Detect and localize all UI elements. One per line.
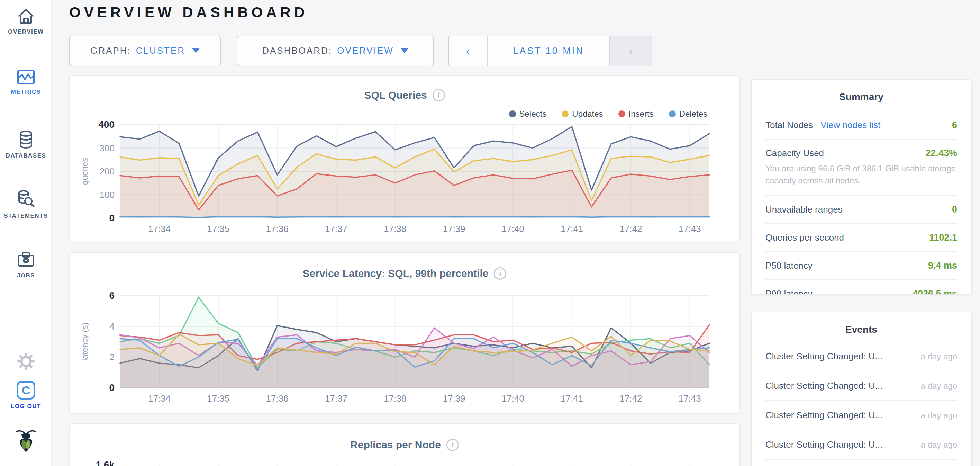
svg-text:100: 100 [100, 190, 115, 200]
svg-text:0: 0 [109, 382, 115, 393]
cockroach-bug-icon [0, 429, 52, 453]
svg-text:200: 200 [100, 166, 115, 177]
svg-text:17:39: 17:39 [442, 393, 465, 404]
svg-text:17:38: 17:38 [384, 393, 406, 404]
summary-row-qps: Queries per second 1102.1 [765, 224, 957, 252]
svg-text:17:42: 17:42 [619, 223, 642, 234]
svg-text:17:38: 17:38 [384, 223, 406, 234]
qps-value: 1102.1 [929, 232, 957, 243]
dashboard-dropdown-label: DASHBOARD: [262, 45, 332, 56]
event-link[interactable]: Cluster Setting Changed: U... [765, 439, 882, 450]
svg-text:17:41: 17:41 [561, 393, 583, 404]
svg-text:2: 2 [110, 352, 115, 362]
svg-text:latency (s): latency (s) [80, 323, 89, 361]
event-link[interactable]: Cluster Setting Changed: U... [765, 410, 882, 421]
time-range-value[interactable]: LAST 10 MIN [488, 36, 609, 66]
svg-text:17:43: 17:43 [679, 393, 701, 404]
replicas-per-node-chart[interactable]: 1.6k17:3417:3517:3617:3717:3817:3917:401… [70, 424, 740, 466]
svg-text:17:40: 17:40 [502, 393, 524, 404]
time-range-selector: ‹ LAST 10 MIN › [448, 36, 652, 67]
event-link[interactable]: Cluster Setting Changed: U... [765, 380, 882, 391]
capacity-used-value: 22.43% [925, 148, 957, 158]
event-row: Cluster Setting Changed: U... a day ago [765, 372, 957, 401]
view-nodes-list-link[interactable]: View nodes list [821, 120, 880, 131]
page-title: OVERVIEW DASHBOARD [69, 4, 308, 21]
svg-text:1.6k: 1.6k [96, 460, 115, 466]
graph-dropdown-label: GRAPH: [90, 45, 131, 56]
svg-text:17:36: 17:36 [266, 393, 289, 404]
sidebar-item-label: DATABASES [0, 152, 52, 159]
event-row: Cluster Setting Changed: U... a day ago [765, 401, 957, 430]
svg-text:17:37: 17:37 [325, 393, 347, 404]
sidebar-item-metrics[interactable]: METRICS [0, 69, 52, 96]
briefcase-icon [0, 251, 52, 269]
sidebar-item-overview[interactable]: OVERVIEW [0, 8, 52, 35]
caret-down-icon [401, 48, 408, 53]
svg-text:17:35: 17:35 [207, 393, 229, 404]
metrics-chart-icon [0, 69, 52, 85]
sidebar-item-databases[interactable]: DATABASES [0, 130, 52, 159]
sidebar-item-label: METRICS [0, 89, 52, 96]
svg-text:400: 400 [98, 119, 115, 130]
summary-row-unavailable-ranges: Unavailable ranges 0 [765, 196, 957, 224]
event-row: Cluster Setting Changed: U... a day ago [765, 342, 957, 372]
svg-text:17:35: 17:35 [207, 223, 229, 234]
graph-dropdown-value: CLUSTER [136, 45, 185, 56]
capacity-subtext: You are using 86.6 GiB of 386.1 GiB usab… [765, 163, 957, 187]
svg-text:queries: queries [80, 158, 89, 185]
summary-row-capacity: Capacity Used 22.43% You are using 86.6 … [765, 139, 957, 196]
p99-latency-value: 4026.5 ms [913, 288, 957, 295]
sidebar-logout[interactable]: C LOG OUT [0, 381, 52, 410]
chevron-left-icon: ‹ [466, 44, 470, 58]
time-range-prev-button[interactable]: ‹ [449, 36, 488, 66]
svg-text:17:42: 17:42 [619, 393, 642, 404]
svg-text:17:37: 17:37 [325, 223, 347, 234]
summary-panel: Summary Total Nodes View nodes list 6 Ca… [751, 79, 972, 295]
svg-text:17:34: 17:34 [148, 223, 170, 234]
event-row: Cluster Setting Changed: U... a day ago [765, 430, 957, 460]
summary-row-total-nodes: Total Nodes View nodes list 6 [765, 112, 957, 139]
service-latency-chart[interactable]: 024617:3417:3517:3617:3717:3817:3917:401… [70, 253, 740, 414]
home-icon [0, 8, 52, 25]
summary-title: Summary [752, 80, 971, 102]
dashboard-dropdown[interactable]: DASHBOARD: OVERVIEW [237, 36, 434, 65]
sidebar-settings[interactable] [0, 353, 52, 370]
sql-queries-card: SQL Queries i SelectsUpdatesInsertsDelet… [69, 75, 740, 243]
svg-text:17:36: 17:36 [266, 223, 289, 234]
sidebar-item-label: JOBS [0, 272, 52, 279]
total-nodes-value: 6 [952, 120, 957, 131]
sidebar-item-label: OVERVIEW [0, 29, 52, 35]
events-panel: Events Cluster Setting Changed: U... a d… [751, 311, 972, 466]
cockroach-logo [0, 429, 52, 453]
service-latency-card: Service Latency: SQL, 99th percentile i … [69, 252, 740, 414]
svg-text:4: 4 [110, 321, 115, 332]
svg-text:17:40: 17:40 [502, 223, 524, 234]
svg-text:17:39: 17:39 [442, 223, 465, 234]
p50-latency-value: 9.4 ms [928, 260, 957, 271]
database-icon [0, 130, 52, 149]
svg-text:6: 6 [109, 290, 115, 301]
graph-dropdown[interactable]: GRAPH: CLUSTER [69, 36, 221, 65]
sidebar: OVERVIEW METRICS DATABASES [0, 0, 52, 466]
time-range-next-button[interactable]: › [609, 36, 652, 66]
summary-row-p50: P50 latency 9.4 ms [765, 252, 957, 280]
sidebar-item-jobs[interactable]: JOBS [0, 251, 52, 279]
sidebar-item-statements[interactable]: STATEMENTS [0, 190, 52, 220]
summary-row-p99: P99 latency 4026.5 ms [765, 280, 957, 295]
cockroach-c-icon: C [17, 381, 35, 399]
sql-queries-chart[interactable]: 010020030040017:3417:3517:3617:3717:3817… [70, 76, 740, 243]
event-link[interactable]: Cluster Setting Changed: U... [765, 351, 882, 362]
sidebar-item-label: STATEMENTS [0, 212, 52, 220]
svg-text:17:41: 17:41 [561, 223, 583, 234]
replicas-per-node-card: Replicas per Node i 1.6k17:3417:3517:361… [69, 423, 740, 466]
caret-down-icon [192, 48, 200, 53]
statements-search-icon [0, 190, 52, 209]
event-row: Cluster Setting Changed: U... a day ago [765, 460, 957, 466]
svg-text:17:34: 17:34 [148, 393, 170, 404]
gear-icon [0, 353, 52, 370]
svg-text:300: 300 [100, 143, 115, 153]
svg-text:17:43: 17:43 [679, 223, 701, 234]
svg-text:0: 0 [109, 212, 115, 223]
events-title: Events [752, 312, 971, 335]
logout-label: LOG OUT [0, 403, 52, 410]
